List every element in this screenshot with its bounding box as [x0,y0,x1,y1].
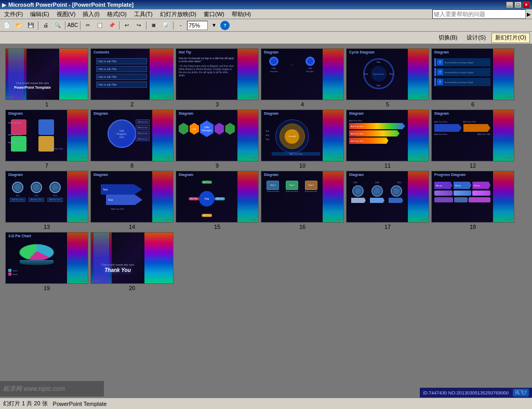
slide-container-3: Hot Tip How do I incorporate my logo to … [176,48,259,107]
zoom-out-btn[interactable]: - [175,20,187,31]
slide-count-info: 幻灯片 1 共 20 张 [3,400,48,407]
open-btn[interactable]: 📂 [13,20,24,31]
slide-container-19: 3-D Pie Chart Text1 Text2 ♦.DED [5,232,88,291]
slide-thumb-15[interactable]: Diagram Title Add Text Add Text Add Text… [176,171,259,223]
zoom-dropdown[interactable]: ▼ [208,20,220,31]
new-slide-btn[interactable]: 新幻灯片(O) [491,33,530,43]
slide-num-16: 16 [299,224,305,230]
slide-thumb-16[interactable]: Diagram Step 1 Some text here Step 2 Som… [261,171,344,223]
menu-help[interactable]: 帮助(H) [229,10,254,19]
slide-thumb-9[interactable]: Diagram Little Little Hexagon ♦.DED [176,110,259,161]
slide-num-5: 5 [386,101,389,107]
menu-tools[interactable]: 工具(T) [131,10,156,19]
copy-btn[interactable]: 📋 [94,20,105,31]
sep4 [119,21,119,30]
menu-insert[interactable]: 插入(I) [79,10,102,19]
app-icon: ▶ [2,2,6,8]
menu-window[interactable]: 窗口(W) [201,10,228,19]
spell-btn[interactable]: ABC [67,20,78,31]
slide-container-5: Cycle Diagram Text Text Text Text Cycle … [346,48,429,107]
slide-thumb-6[interactable]: Diagram T thomasGallery a Design Digital… [431,48,514,100]
slide-thumb-17[interactable]: Diagram 2000→2002→2004 [346,171,429,223]
maximize-button[interactable]: □ [514,2,522,8]
cut-btn[interactable]: ✂ [82,20,94,31]
undo-btn[interactable]: ↩ [121,20,132,31]
slide-container-10: Diagram Concept Text Text [261,110,344,169]
menu-bar: 文件(F) 编辑(E) 视图(V) 插入(I) 格式(O) 工具(T) 幻灯片放… [0,9,532,19]
insert-chart-btn[interactable]: 📊 [160,20,171,31]
slide-container-14: Diagram Text Text Add Your Title ♦.DED 1… [90,171,174,230]
help-btn[interactable]: ? [220,21,230,30]
slide-container-13: Diagram Text Add Your Text [5,171,88,230]
slide-container-12: Diagram Add Your Text Add Your Text Add … [431,110,514,169]
slide-thumb-1[interactable]: Click to edit master title style PowerPo… [5,48,88,100]
paste-btn[interactable]: 📌 [106,20,117,31]
slide-container-17: Diagram 2000→2002→2004 [346,171,429,230]
watermark: 昵享网 www.nipic.com [0,381,104,397]
slide-thumb-14[interactable]: Diagram Text Text Add Your Title ♦.DED [90,171,174,223]
slide-thumb-7[interactable]: Diagram Add Your Text Add Your Text Add … [5,110,88,161]
slide-container-1: Click to edit master title style PowerPo… [5,48,88,107]
slide-thumb-12[interactable]: Diagram Add Your Text Add Your Text Add … [431,110,514,161]
slide-num-12: 12 [470,162,476,169]
slide-num-3: 3 [216,101,219,107]
menu-file[interactable]: 文件(F) [1,10,26,19]
slide-container-15: Diagram Title Add Text Add Text Add Text… [176,171,259,230]
toolbar2: 切换(B) 设计(S) 新幻灯片(O) [0,32,532,44]
slide-num-20: 20 [129,285,135,291]
watermark-text: 昵享网 www.nipic.com [3,385,65,393]
menu-edit[interactable]: 编辑(E) [27,10,52,19]
slide-num-1: 1 [45,101,48,107]
minimize-button[interactable]: _ [506,2,513,8]
slide-num-6: 6 [471,101,474,107]
slide-container-4: Diagram Little Description → [261,48,344,107]
slide-thumb-20[interactable]: Click to edit master title style Thank Y… [90,232,174,284]
slide-thumb-2[interactable]: Contents Click to edit Title Click to ed… [90,48,174,100]
help-search-icon[interactable]: ▶ [527,11,531,17]
slide-thumb-3[interactable]: Hot Tip How do I incorporate my logo to … [176,48,259,100]
slide-num-18: 18 [470,224,476,230]
design-btn[interactable]: 设计(S) [463,33,489,43]
slide-container-8: Diagram AddProgramInfo Milestones Milest… [90,110,174,169]
slide-thumb-11[interactable]: Diagram Add Your Text Add Your Text Add … [346,110,429,161]
help-search-input[interactable] [432,9,526,19]
sep1 [38,21,38,30]
sep6 [173,21,174,30]
menu-format[interactable]: 格式(O) [104,10,130,19]
insert-table-btn[interactable]: ▦ [148,20,159,31]
preview-btn[interactable]: 🔍 [52,20,63,31]
sep2 [65,21,65,30]
app-name: 讯飞7 [513,389,529,397]
app-window: ▶ Microsoft PowerPoint - [PowerPoint Tem… [0,0,532,409]
slide-thumb-8[interactable]: Diagram AddProgramInfo Milestones Milest… [90,110,174,161]
slide-thumb-5[interactable]: Cycle Diagram Text Text Text Text Cycle … [346,48,429,100]
redo-btn[interactable]: ↪ [133,20,144,31]
slide-thumb-19[interactable]: 3-D Pie Chart Text1 Text2 ♦.DED [5,232,88,284]
slide-container-7: Diagram Add Your Text Add Your Text Add … [5,110,88,169]
print-btn[interactable]: 🖨 [40,20,51,31]
close-button[interactable]: × [523,2,530,8]
id-text: ID:7447430 NO:20130305135250769000 [423,390,509,396]
slide-num-17: 17 [384,224,391,230]
slide-thumb-18[interactable]: Progress Diagram Minute Minute Minute [431,171,514,223]
slide-num-10: 10 [299,162,305,169]
menu-slideshow[interactable]: 幻灯片放映(D) [157,10,200,19]
status-bar: 幻灯片 1 共 20 张 PowerPoint Template [0,398,532,409]
slide-thumb-10[interactable]: Diagram Concept Text Text [261,110,344,161]
title-bar-left: ▶ Microsoft PowerPoint - [PowerPoint Tem… [2,2,134,8]
switch-view-btn[interactable]: 切换(B) [435,33,461,43]
slide-num-2: 2 [130,101,134,107]
zoom-input[interactable] [187,21,208,30]
slide-num-9: 9 [216,162,219,169]
slide-thumb-4[interactable]: Diagram Little Description → [261,48,344,100]
slide-num-15: 15 [214,224,220,230]
save-btn[interactable]: 💾 [25,20,36,31]
slide-thumb-13[interactable]: Diagram Text Add Your Text [5,171,88,223]
slides-grid: Click to edit master title style PowerPo… [0,44,532,409]
slide-num-4: 4 [301,101,304,107]
new-btn[interactable]: 📄 [1,20,12,31]
slide-num-13: 13 [44,224,50,230]
menu-view[interactable]: 视图(V) [54,10,79,19]
title-bar-controls[interactable]: _ □ × [506,2,530,8]
slide-container-9: Diagram Little Little Hexagon ♦.DED [176,110,259,169]
